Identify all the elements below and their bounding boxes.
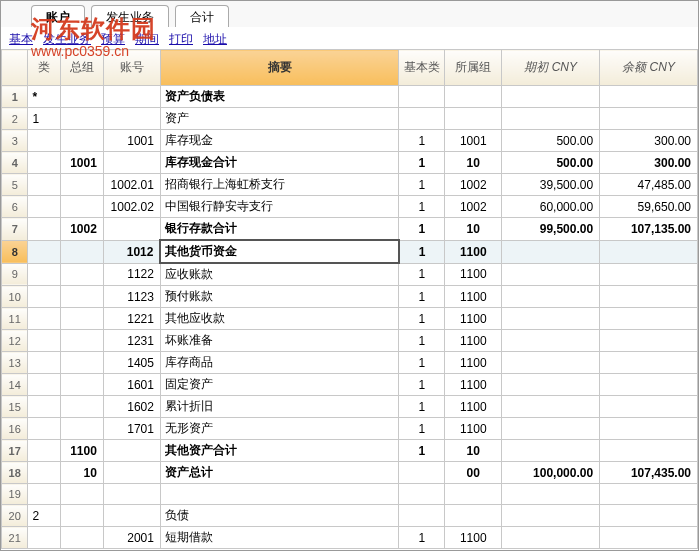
cell-zongzu[interactable] bbox=[61, 196, 104, 218]
cell-lei[interactable]: * bbox=[28, 86, 61, 108]
cell-qichu[interactable] bbox=[502, 484, 600, 505]
link-budget[interactable]: 预算 bbox=[101, 31, 125, 45]
cell-qichu[interactable]: 500.00 bbox=[502, 152, 600, 174]
cell-zhanghao[interactable] bbox=[103, 484, 160, 505]
cell-qichu[interactable] bbox=[502, 240, 600, 263]
cell-lei[interactable]: 1 bbox=[28, 108, 61, 130]
cell-suoshu[interactable]: 10 bbox=[445, 440, 502, 462]
cell-yue[interactable]: 59,650.00 bbox=[600, 196, 698, 218]
table-row[interactable]: 51002.01招商银行上海虹桥支行1100239,500.0047,485.0… bbox=[2, 174, 698, 196]
cell-lei[interactable]: 2 bbox=[28, 505, 61, 527]
cell-qichu[interactable] bbox=[502, 352, 600, 374]
tab-accounts[interactable]: 账户 bbox=[31, 5, 85, 27]
cell-lei[interactable] bbox=[28, 152, 61, 174]
cell-jiben[interactable] bbox=[399, 86, 445, 108]
cell-zhanghao[interactable] bbox=[103, 505, 160, 527]
cell-jiben[interactable] bbox=[399, 484, 445, 505]
cell-zongzu[interactable] bbox=[61, 484, 104, 505]
header-corner[interactable] bbox=[2, 50, 28, 86]
table-row[interactable]: 91122应收账款11100 bbox=[2, 263, 698, 286]
cell-summary[interactable]: 应收账款 bbox=[160, 263, 398, 286]
cell-summary[interactable] bbox=[160, 484, 398, 505]
cell-summary[interactable]: 资产总计 bbox=[160, 462, 398, 484]
table-row[interactable]: 151602累计折旧11100 bbox=[2, 396, 698, 418]
cell-summary[interactable]: 库存现金合计 bbox=[160, 152, 398, 174]
header-class[interactable]: 类 bbox=[28, 50, 61, 86]
cell-yue[interactable] bbox=[600, 484, 698, 505]
cell-jiben[interactable]: 1 bbox=[399, 152, 445, 174]
cell-summary[interactable]: 资产 bbox=[160, 108, 398, 130]
table-row[interactable]: 121231坏账准备11100 bbox=[2, 330, 698, 352]
cell-yue[interactable] bbox=[600, 527, 698, 549]
cell-qichu[interactable] bbox=[502, 330, 600, 352]
cell-qichu[interactable] bbox=[502, 286, 600, 308]
cell-lei[interactable] bbox=[28, 352, 61, 374]
cell-summary[interactable]: 中国银行静安寺支行 bbox=[160, 196, 398, 218]
cell-suoshu[interactable]: 1100 bbox=[445, 330, 502, 352]
cell-zhanghao[interactable] bbox=[103, 462, 160, 484]
cell-yue[interactable] bbox=[600, 286, 698, 308]
cell-summary[interactable]: 负债 bbox=[160, 505, 398, 527]
cell-summary[interactable]: 坏账准备 bbox=[160, 330, 398, 352]
cell-lei[interactable] bbox=[28, 330, 61, 352]
row-number[interactable]: 13 bbox=[2, 352, 28, 374]
cell-lei[interactable] bbox=[28, 308, 61, 330]
cell-suoshu[interactable] bbox=[445, 484, 502, 505]
cell-qichu[interactable]: 39,500.00 bbox=[502, 174, 600, 196]
table-row[interactable]: 131405库存商品11100 bbox=[2, 352, 698, 374]
row-number[interactable]: 18 bbox=[2, 462, 28, 484]
cell-jiben[interactable]: 1 bbox=[399, 330, 445, 352]
cell-qichu[interactable]: 60,000.00 bbox=[502, 196, 600, 218]
tab-transactions[interactable]: 发生业务 bbox=[91, 5, 169, 27]
cell-zongzu[interactable] bbox=[61, 174, 104, 196]
cell-jiben[interactable]: 1 bbox=[399, 374, 445, 396]
cell-jiben[interactable]: 1 bbox=[399, 263, 445, 286]
cell-suoshu[interactable]: 1100 bbox=[445, 352, 502, 374]
cell-zhanghao[interactable] bbox=[103, 152, 160, 174]
header-group[interactable]: 总组 bbox=[61, 50, 104, 86]
header-belong-group[interactable]: 所属组 bbox=[445, 50, 502, 86]
cell-yue[interactable] bbox=[600, 505, 698, 527]
cell-summary[interactable]: 其他货币资金 bbox=[160, 240, 398, 263]
row-number[interactable]: 15 bbox=[2, 396, 28, 418]
cell-zhanghao[interactable]: 1012 bbox=[103, 240, 160, 263]
cell-zhanghao[interactable]: 1002.01 bbox=[103, 174, 160, 196]
cell-jiben[interactable]: 1 bbox=[399, 130, 445, 152]
cell-summary[interactable]: 银行存款合计 bbox=[160, 218, 398, 241]
cell-zhanghao[interactable]: 1602 bbox=[103, 396, 160, 418]
row-number[interactable]: 21 bbox=[2, 527, 28, 549]
cell-yue[interactable]: 47,485.00 bbox=[600, 174, 698, 196]
cell-suoshu[interactable]: 10 bbox=[445, 152, 502, 174]
row-number[interactable]: 1 bbox=[2, 86, 28, 108]
tab-total[interactable]: 合计 bbox=[175, 5, 229, 27]
cell-summary[interactable]: 库存商品 bbox=[160, 352, 398, 374]
cell-zongzu[interactable]: 10 bbox=[61, 462, 104, 484]
cell-zongzu[interactable] bbox=[61, 352, 104, 374]
cell-zongzu[interactable] bbox=[61, 374, 104, 396]
cell-yue[interactable]: 107,135.00 bbox=[600, 218, 698, 241]
cell-yue[interactable] bbox=[600, 240, 698, 263]
table-row[interactable]: 21资产 bbox=[2, 108, 698, 130]
cell-yue[interactable]: 300.00 bbox=[600, 152, 698, 174]
cell-yue[interactable] bbox=[600, 86, 698, 108]
cell-zhanghao[interactable] bbox=[103, 440, 160, 462]
cell-yue[interactable] bbox=[600, 440, 698, 462]
cell-lei[interactable] bbox=[28, 218, 61, 241]
cell-zhanghao[interactable] bbox=[103, 108, 160, 130]
cell-zongzu[interactable] bbox=[61, 86, 104, 108]
cell-yue[interactable]: 107,435.00 bbox=[600, 462, 698, 484]
cell-jiben[interactable]: 1 bbox=[399, 396, 445, 418]
cell-zhanghao[interactable]: 1231 bbox=[103, 330, 160, 352]
table-row[interactable]: 1810资产总计00100,000.00107,435.00 bbox=[2, 462, 698, 484]
cell-qichu[interactable]: 500.00 bbox=[502, 130, 600, 152]
row-number[interactable]: 4 bbox=[2, 152, 28, 174]
cell-zhanghao[interactable] bbox=[103, 218, 160, 241]
cell-qichu[interactable] bbox=[502, 108, 600, 130]
cell-jiben[interactable]: 1 bbox=[399, 240, 445, 263]
cell-summary[interactable]: 招商银行上海虹桥支行 bbox=[160, 174, 398, 196]
row-number[interactable]: 5 bbox=[2, 174, 28, 196]
cell-qichu[interactable]: 100,000.00 bbox=[502, 462, 600, 484]
cell-zongzu[interactable]: 1001 bbox=[61, 152, 104, 174]
cell-qichu[interactable] bbox=[502, 308, 600, 330]
table-row[interactable]: 19 bbox=[2, 484, 698, 505]
